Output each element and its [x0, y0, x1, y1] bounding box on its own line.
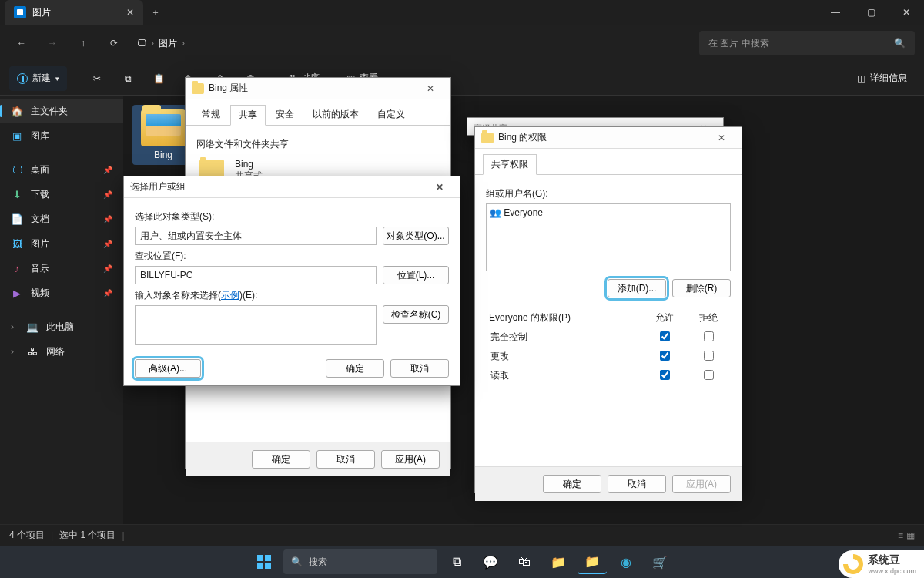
- object-names-input[interactable]: [135, 305, 377, 345]
- up-button[interactable]: ↑: [71, 31, 95, 55]
- taskbar-edge[interactable]: ◉: [611, 549, 641, 574]
- check-names-button[interactable]: 检查名称(C): [383, 305, 449, 324]
- sidebar-item-desktop[interactable]: 🖵桌面📌: [0, 157, 123, 182]
- sidebar-item-network[interactable]: ›🖧网络: [0, 339, 123, 364]
- sidebar-item-documents[interactable]: 📄文档📌: [0, 207, 123, 231]
- allow-full-checkbox[interactable]: [660, 331, 670, 341]
- forward-button[interactable]: →: [40, 31, 65, 55]
- dialog-body: 选择此对象类型(S): 对象类型(O)... 查找位置(F): 位置(L)...…: [124, 198, 460, 385]
- apply-button[interactable]: 应用(A): [672, 475, 731, 493]
- ok-button[interactable]: 确定: [252, 450, 310, 469]
- close-tab-icon[interactable]: ✕: [126, 7, 134, 18]
- tab-security[interactable]: 安全: [267, 104, 303, 125]
- network-icon: 🖧: [26, 345, 38, 358]
- taskbar-explorer[interactable]: 📁: [544, 549, 573, 574]
- sidebar-item-pictures[interactable]: 🖼图片📌: [0, 231, 123, 256]
- back-button[interactable]: ←: [9, 31, 34, 55]
- section-label: 网络文件和文件夹共享: [196, 138, 440, 151]
- allow-change-checkbox[interactable]: [660, 351, 670, 361]
- pin-icon: 📌: [103, 289, 112, 297]
- tab-share-permissions[interactable]: 共享权限: [483, 154, 537, 175]
- ok-button[interactable]: 确定: [543, 475, 601, 493]
- cancel-button[interactable]: 取消: [608, 475, 666, 493]
- object-type-field[interactable]: [135, 227, 377, 245]
- task-view-button[interactable]: ⧉: [442, 549, 471, 574]
- principal-item[interactable]: 👥 Everyone: [490, 207, 727, 218]
- principals-list[interactable]: 👥 Everyone: [486, 203, 731, 271]
- copy-button[interactable]: ⧉: [114, 66, 142, 91]
- locations-button[interactable]: 位置(L)...: [383, 266, 449, 284]
- deny-change-checkbox[interactable]: [704, 351, 714, 361]
- deny-read-checkbox[interactable]: [704, 370, 714, 380]
- grid-view-icon[interactable]: ▦: [906, 530, 915, 541]
- dialog-title: 选择用户或组: [130, 180, 186, 193]
- scissors-icon: ✂: [93, 73, 101, 84]
- tab-sharing[interactable]: 共享: [230, 105, 266, 126]
- breadcrumb-segment[interactable]: 图片: [159, 37, 177, 50]
- cancel-button[interactable]: 取消: [390, 359, 449, 378]
- advanced-button[interactable]: 高级(A)...: [135, 359, 201, 378]
- details-pane-button[interactable]: ◫ 详细信息: [849, 66, 915, 91]
- dialog-footer: 确定 取消 应用(A): [186, 442, 450, 476]
- search-input[interactable]: 在 图片 中搜索 🔍: [699, 31, 915, 55]
- sidebar-item-downloads[interactable]: ⬇下载📌: [0, 182, 123, 207]
- tab-previous-versions[interactable]: 以前的版本: [304, 104, 367, 125]
- object-type-label: 选择此对象类型(S):: [135, 210, 449, 223]
- sidebar-item-this-pc[interactable]: ›💻此电脑: [0, 314, 123, 339]
- cancel-button[interactable]: 取消: [316, 450, 375, 469]
- window-tab[interactable]: 图片 ✕: [5, 0, 143, 25]
- location-field[interactable]: [135, 266, 377, 284]
- add-button[interactable]: 添加(D)...: [608, 279, 666, 297]
- taskbar-store[interactable]: 🛒: [645, 549, 675, 574]
- new-tab-button[interactable]: ＋: [143, 6, 168, 19]
- start-button[interactable]: [249, 549, 279, 574]
- maximize-button[interactable]: ▢: [853, 0, 889, 25]
- permissions-label: Everyone 的权限(P): [486, 308, 643, 328]
- deny-full-checkbox[interactable]: [704, 331, 714, 341]
- dialog-titlebar[interactable]: 选择用户或组 ✕: [124, 176, 460, 198]
- close-button[interactable]: ✕: [889, 0, 924, 25]
- dialog-titlebar[interactable]: Bing 属性 ✕: [186, 78, 450, 99]
- remove-button[interactable]: 删除(R): [672, 279, 731, 297]
- list-view-icon[interactable]: ≡: [898, 530, 903, 541]
- tab-general[interactable]: 常规: [193, 104, 229, 125]
- paste-button[interactable]: 📋: [145, 66, 172, 91]
- tab-strip: 共享权限: [475, 149, 742, 175]
- home-icon: 🏠: [11, 105, 23, 117]
- close-icon[interactable]: ✕: [417, 83, 444, 94]
- cut-button[interactable]: ✂: [83, 66, 111, 91]
- new-button[interactable]: 新建 ▾: [9, 66, 67, 91]
- taskbar-app[interactable]: 🛍: [510, 549, 539, 574]
- taskbar-explorer-active[interactable]: 📁: [578, 549, 607, 574]
- folder-icon: [481, 133, 494, 143]
- refresh-button[interactable]: ⟳: [102, 31, 126, 55]
- taskbar-app[interactable]: 💬: [476, 549, 505, 574]
- taskbar-search[interactable]: 🔍搜索: [283, 549, 437, 574]
- sidebar-item-label: 网络: [46, 345, 65, 358]
- examples-link[interactable]: 示例: [221, 290, 239, 301]
- location-label: 查找位置(F):: [135, 250, 449, 263]
- allow-read-checkbox[interactable]: [660, 370, 670, 380]
- navigation-pane: 🏠主文件夹 ▣图库 🖵桌面📌 ⬇下载📌 📄文档📌 🖼图片📌 ♪音乐📌 ▶视频📌 …: [0, 96, 123, 556]
- tab-customize[interactable]: 自定义: [369, 104, 413, 125]
- apply-button[interactable]: 应用(A): [381, 450, 440, 469]
- dialog-titlebar[interactable]: Bing 的权限 ✕: [475, 127, 742, 149]
- dialog-title: Bing 属性: [209, 82, 248, 95]
- sidebar-item-videos[interactable]: ▶视频📌: [0, 281, 123, 305]
- desktop-icon: 🖵: [11, 163, 23, 176]
- breadcrumb[interactable]: 🖵 › 图片 ›: [132, 31, 189, 55]
- dialog-title: Bing 的权限: [498, 131, 547, 144]
- sidebar-item-music[interactable]: ♪音乐📌: [0, 256, 123, 281]
- object-types-button[interactable]: 对象类型(O)...: [383, 227, 449, 245]
- sidebar-item-home[interactable]: 🏠主文件夹: [0, 99, 123, 123]
- sidebar-item-gallery[interactable]: ▣图库: [0, 123, 123, 148]
- status-item-count: 4 个项目: [9, 529, 45, 542]
- minimize-button[interactable]: —: [818, 0, 853, 25]
- search-icon: 🔍: [291, 556, 303, 567]
- clipboard-icon: 📋: [153, 73, 165, 84]
- sidebar-item-label: 此电脑: [46, 321, 74, 334]
- close-icon[interactable]: ✕: [708, 133, 735, 143]
- permission-row-change: 更改: [486, 347, 731, 366]
- ok-button[interactable]: 确定: [326, 359, 384, 378]
- close-icon[interactable]: ✕: [426, 182, 454, 193]
